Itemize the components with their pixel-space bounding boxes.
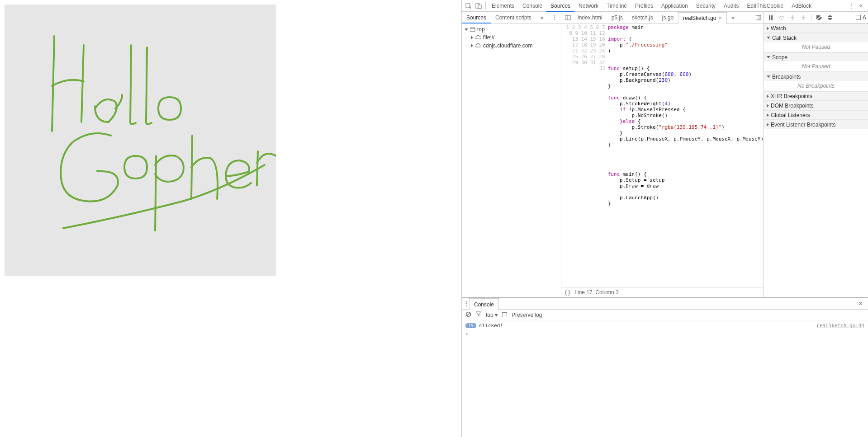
cursor-position: Line 17, Column 3: [574, 289, 618, 296]
console-message: 19 clicked! realSketch.go:44: [465, 321, 864, 329]
console-close-icon[interactable]: ×: [855, 300, 866, 308]
message-count-badge: 19: [465, 323, 476, 328]
svg-point-11: [781, 18, 783, 19]
code-content: package main import ( p "./Processing" )…: [608, 23, 764, 287]
devtools-tab-elements[interactable]: Elements: [488, 0, 518, 12]
async-label: A: [863, 14, 866, 21]
tree-top[interactable]: top: [462, 25, 561, 33]
devtools-tab-sources[interactable]: Sources: [546, 0, 574, 12]
devtools-topbar: ElementsConsoleSourcesNetworkTimelinePro…: [462, 0, 868, 12]
chevron-right-icon: [471, 36, 473, 39]
svg-rect-10: [771, 15, 773, 20]
toggle-nav-icon[interactable]: [563, 15, 573, 20]
console-source-link[interactable]: realSketch.go:44: [816, 323, 864, 329]
frame-icon: [470, 27, 475, 32]
more-icon[interactable]: ⋮: [846, 1, 856, 11]
nav-tab-content-scripts[interactable]: Content scripts: [491, 12, 536, 23]
devtools-tab-editthiscookie[interactable]: EditThisCookie: [743, 0, 787, 12]
cloud-icon: [475, 35, 481, 40]
tree-cdn[interactable]: cdnjs.cloudflare.com: [462, 42, 561, 50]
device-icon[interactable]: [474, 1, 484, 11]
step-out-icon[interactable]: [798, 13, 808, 23]
chevron-right-icon: [471, 44, 473, 47]
step-into-icon[interactable]: [787, 13, 797, 23]
code-editor[interactable]: 1 2 3 4 5 6 7 8 9 10 11 12 13 14 15 16 1…: [561, 23, 764, 287]
svg-point-13: [803, 15, 804, 16]
tree-cdn-label: cdnjs.cloudflare.com: [483, 42, 532, 49]
console-tab[interactable]: Console: [469, 298, 499, 310]
file-tab-realSketch-go[interactable]: realSketch.go×: [678, 12, 727, 24]
console-prompt[interactable]: ›: [465, 329, 864, 338]
callstack-section[interactable]: Call Stack: [764, 33, 868, 42]
devtools-tab-network[interactable]: Network: [574, 0, 602, 12]
file-tab-p5-js[interactable]: p5.js: [607, 12, 627, 23]
sources-navigator: Sources Content scripts » ⋮ top file://: [462, 12, 561, 297]
tree-file[interactable]: file://: [462, 33, 561, 42]
inspect-icon[interactable]: [464, 1, 474, 11]
close-icon[interactable]: ×: [856, 1, 866, 11]
pretty-print-icon[interactable]: { }: [565, 289, 570, 296]
preserve-log-checkbox[interactable]: [502, 312, 507, 317]
devtools-tab-adblock[interactable]: AdBlock: [787, 0, 816, 12]
nav-kebab-icon[interactable]: ⋮: [548, 14, 561, 21]
preserve-log-label: Preserve log: [512, 312, 542, 318]
console-kebab-icon[interactable]: ⋮: [464, 301, 469, 307]
file-tab-sketch-js[interactable]: sketch.js: [627, 12, 658, 23]
tree-top-label: top: [477, 26, 485, 33]
sketch-canvas[interactable]: [5, 5, 276, 276]
clear-console-icon[interactable]: [465, 311, 471, 319]
debugger-pane: A Watch Call StackNot Paused ScopeNot Pa…: [764, 12, 868, 297]
nav-tab-more[interactable]: »: [536, 12, 548, 23]
svg-rect-7: [756, 15, 761, 20]
sources-editor-pane: index.htmlp5.jssketch.jsjs.gorealSketch.…: [561, 12, 764, 297]
editor-statusbar: { } Line 17, Column 3: [561, 287, 764, 297]
global-listeners-section[interactable]: Global Listeners: [764, 110, 868, 119]
nav-tab-sources[interactable]: Sources: [462, 12, 491, 23]
console-context[interactable]: top ▾: [486, 312, 498, 318]
breakpoints-section[interactable]: Breakpoints: [764, 72, 868, 81]
console-message-text: clicked!: [479, 323, 503, 329]
svg-rect-9: [769, 15, 770, 20]
devtools-tab-audits[interactable]: Audits: [720, 0, 743, 12]
toggle-debugger-icon[interactable]: [754, 15, 764, 20]
scope-section[interactable]: Scope: [764, 52, 868, 61]
file-tabs: index.htmlp5.jssketch.jsjs.gorealSketch.…: [561, 12, 764, 23]
file-tab-js-go[interactable]: js.go: [658, 12, 678, 23]
xhr-bp-section[interactable]: XHR Breakpoints: [764, 91, 868, 100]
chevron-down-icon: [465, 28, 468, 31]
step-over-icon[interactable]: [777, 13, 787, 23]
file-tab-close-icon[interactable]: ×: [719, 12, 722, 24]
page-content: [0, 0, 461, 437]
pause-icon[interactable]: [766, 13, 776, 23]
async-checkbox[interactable]: [856, 15, 861, 20]
svg-rect-5: [565, 15, 570, 20]
svg-rect-2: [478, 5, 481, 9]
devtools-tab-console[interactable]: Console: [518, 0, 546, 12]
tree-file-label: file://: [483, 34, 494, 41]
line-gutter: 1 2 3 4 5 6 7 8 9 10 11 12 13 14 15 16 1…: [561, 23, 608, 287]
file-tab-index-html[interactable]: index.html: [573, 12, 607, 23]
devtools-tab-timeline[interactable]: Timeline: [602, 0, 631, 12]
cloud-icon: [475, 43, 481, 48]
svg-rect-16: [828, 17, 832, 18]
pause-exceptions-icon[interactable]: [825, 13, 835, 23]
svg-line-18: [467, 313, 470, 316]
devtools-tab-application[interactable]: Application: [657, 0, 692, 12]
watch-section[interactable]: Watch: [764, 23, 868, 33]
devtools-tab-security[interactable]: Security: [692, 0, 720, 12]
svg-rect-3: [470, 27, 475, 32]
filter-icon[interactable]: [476, 311, 481, 318]
svg-point-12: [792, 19, 793, 20]
devtools-tab-profiles[interactable]: Profiles: [631, 0, 657, 12]
console-drawer: ⋮ Console × top ▾ Preserve log 19 clicke…: [462, 297, 868, 437]
devtools: ElementsConsoleSourcesNetworkTimelinePro…: [461, 0, 868, 437]
deactivate-bp-icon[interactable]: [814, 13, 824, 23]
event-bp-section[interactable]: Event Listener Breakpoints: [764, 120, 868, 129]
file-tab-more[interactable]: »: [727, 12, 739, 23]
dom-bp-section[interactable]: DOM Breakpoints: [764, 101, 868, 110]
